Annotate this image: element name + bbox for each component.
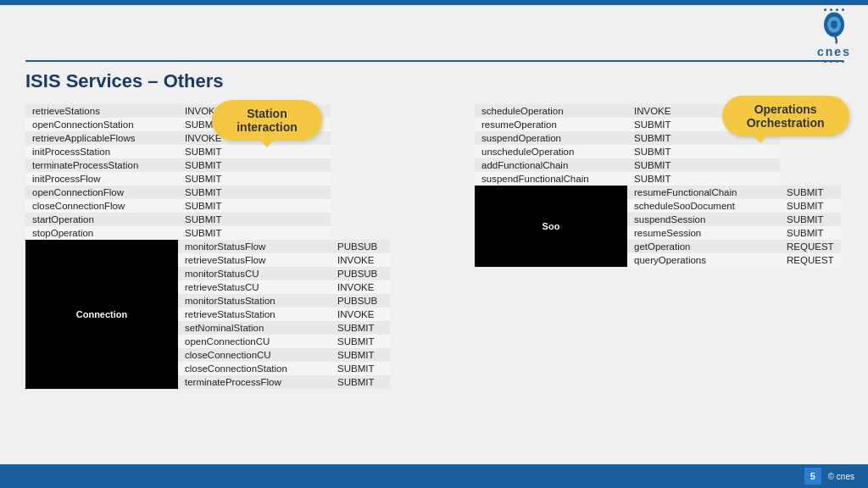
table-row: stopOperationSUBMIT	[25, 226, 390, 240]
method-type: SUBMIT	[331, 321, 390, 335]
method-type: PUBSUB	[331, 294, 390, 308]
method-name: openConnectionCU	[178, 335, 331, 348]
method-name: scheduleOperation	[475, 104, 627, 118]
main-content: ISIS Services – Others Station interacti…	[0, 5, 868, 397]
group-label-soo: Soo	[475, 186, 627, 267]
method-name: terminateProcessFlow	[178, 375, 331, 389]
page-title: ISIS Services – Others	[25, 70, 843, 92]
method-type: SUBMIT	[780, 226, 841, 240]
method-name: suspendOperation	[475, 131, 627, 145]
method-type: SUBMIT	[780, 199, 841, 213]
method-type: INVOKE	[331, 308, 390, 321]
method-name: terminateProcessStation	[25, 158, 178, 172]
method-name: monitorStatusCU	[178, 267, 331, 280]
table-row: closeConnectionFlowSUBMIT	[25, 199, 390, 213]
method-type: INVOKE	[331, 280, 390, 294]
method-name: unscheduleOperation	[475, 145, 627, 158]
method-name: closeConnectionStation	[178, 362, 331, 375]
left-table: retrieveStationsINVOKEopenConnectionStat…	[25, 104, 390, 389]
method-name: retrieveStations	[25, 104, 178, 118]
method-name: addFunctionalChain	[475, 158, 627, 172]
method-name: closeConnectionFlow	[25, 199, 178, 213]
method-type: REQUEST	[780, 240, 841, 253]
method-type: SUBMIT	[331, 335, 390, 348]
divider	[25, 60, 843, 62]
method-name: resumeFunctionalChain	[627, 186, 780, 199]
method-name: retrieveApplicableFlows	[25, 131, 178, 145]
group-label-connection: Connection	[25, 240, 178, 389]
method-name: initProcessStation	[25, 145, 178, 158]
method-name: resumeOperation	[475, 118, 627, 131]
table-row: ConnectionmonitorStatusFlowPUBSUB	[25, 240, 390, 253]
table-row: retrieveStationsINVOKE	[25, 104, 390, 118]
method-type: SUBMIT	[331, 362, 390, 375]
method-name: suspendSession	[627, 213, 780, 226]
method-name: stopOperation	[25, 226, 178, 240]
table-row: unscheduleOperationSUBMIT	[475, 145, 841, 158]
method-name: startOperation	[25, 213, 178, 226]
method-name: retrieveStatusCU	[178, 280, 331, 294]
method-type: SUBMIT	[178, 226, 331, 240]
table-row: openConnectionFlowSUBMIT	[25, 186, 390, 199]
tables-container: Station interaction retrieveStationsINVO…	[25, 104, 843, 389]
method-name: monitorStatusStation	[178, 294, 331, 308]
bottom-bar: 5 © cnes	[0, 464, 868, 488]
method-name: openConnectionFlow	[25, 186, 178, 199]
right-section: Operations Orchestration scheduleOperati…	[475, 104, 841, 267]
method-name: initProcessFlow	[25, 172, 178, 186]
callout-ops: Operations Orchestration	[722, 96, 849, 136]
method-type: SUBMIT	[178, 199, 331, 213]
table-row: startOperationSUBMIT	[25, 213, 390, 226]
method-type: SUBMIT	[178, 172, 331, 186]
method-name: queryOperations	[627, 253, 780, 267]
left-section: Station interaction retrieveStationsINVO…	[25, 104, 390, 389]
method-type: INVOKE	[331, 253, 390, 267]
copyright: © cnes	[828, 472, 854, 481]
method-type: SUBMIT	[178, 145, 331, 158]
table-row: openConnectionStationSUBMIT	[25, 118, 390, 131]
table-row: initProcessFlowSUBMIT	[25, 172, 390, 186]
method-type: REQUEST	[780, 253, 841, 267]
table-row: terminateProcessStationSUBMIT	[25, 158, 390, 172]
table-row: suspendFunctionalChainSUBMIT	[475, 172, 841, 186]
method-name: closeConnectionCU	[178, 348, 331, 362]
method-type: PUBSUB	[331, 267, 390, 280]
table-row: retrieveApplicableFlowsINVOKE	[25, 131, 390, 145]
table-row: SooresumeFunctionalChainSUBMIT	[475, 186, 841, 199]
method-type: SUBMIT	[780, 213, 841, 226]
table-row: addFunctionalChainSUBMIT	[475, 158, 841, 172]
method-name: suspendFunctionalChain	[475, 172, 627, 186]
method-name: openConnectionStation	[25, 118, 178, 131]
table-row: initProcessStationSUBMIT	[25, 145, 390, 158]
method-name: retrieveStatusFlow	[178, 253, 331, 267]
method-type: SUBMIT	[331, 375, 390, 389]
method-name: retrieveStatusStation	[178, 308, 331, 321]
callout-station: Station interaction	[212, 100, 322, 141]
method-name: scheduleSooDocument	[627, 199, 780, 213]
method-name: setNominalStation	[178, 321, 331, 335]
method-type: SUBMIT	[780, 186, 841, 199]
method-type: PUBSUB	[331, 240, 390, 253]
method-type: SUBMIT	[178, 213, 331, 226]
method-type: SUBMIT	[627, 158, 780, 172]
method-name: resumeSession	[627, 226, 780, 240]
method-type: SUBMIT	[178, 158, 331, 172]
method-name: getOperation	[627, 240, 780, 253]
method-type: SUBMIT	[331, 348, 390, 362]
method-name: monitorStatusFlow	[178, 240, 331, 253]
method-type: SUBMIT	[178, 186, 331, 199]
page-number: 5	[804, 468, 821, 485]
method-type: SUBMIT	[627, 172, 780, 186]
